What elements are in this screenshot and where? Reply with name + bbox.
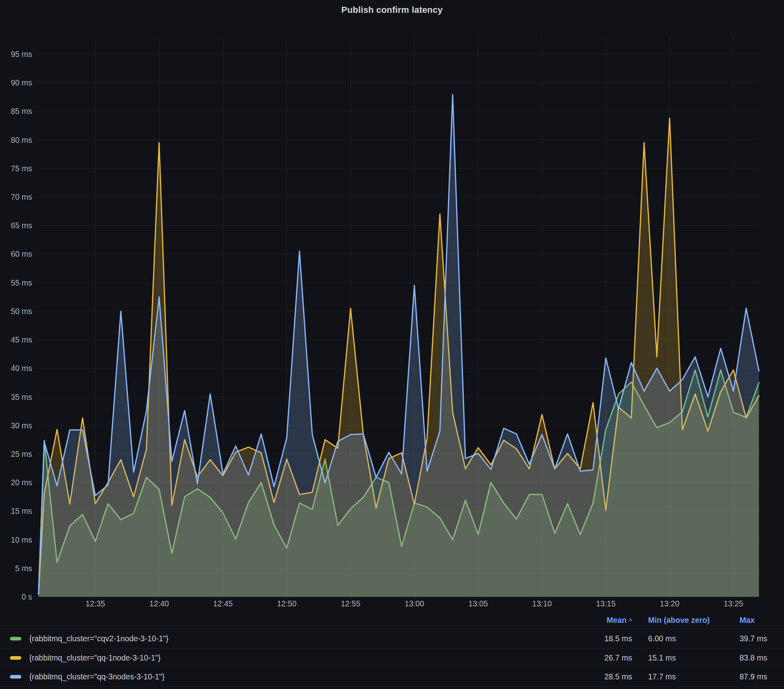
legend-col-min[interactable]: Min (above zero) bbox=[632, 616, 740, 625]
x-axis-tick-label: 12:40 bbox=[150, 599, 169, 608]
y-axis-tick-label: 10 ms bbox=[11, 535, 32, 544]
x-axis-tick-label: 13:05 bbox=[469, 599, 488, 608]
series-color-swatch bbox=[10, 675, 21, 679]
legend-series-toggle[interactable]: {rabbitmq_cluster="cqv2-1node-3-10-1"} bbox=[0, 634, 576, 643]
legend-row-cqv2-1node: {rabbitmq_cluster="cqv2-1node-3-10-1"} 1… bbox=[0, 629, 784, 648]
series-color-swatch bbox=[10, 637, 21, 640]
legend-col-max[interactable]: Max bbox=[740, 616, 784, 625]
y-axis-tick-label: 95 ms bbox=[11, 50, 32, 59]
x-axis-tick-label: 13:20 bbox=[660, 599, 679, 608]
legend-series-toggle[interactable]: {rabbitmq_cluster="qq-1node-3-10-1"} bbox=[0, 653, 576, 663]
series-color-swatch bbox=[10, 656, 21, 660]
legend-table: Mean ^ Min (above zero) Max {rabbitmq_cl… bbox=[0, 611, 784, 687]
x-axis-tick-label: 13:25 bbox=[723, 599, 743, 608]
y-axis-tick-label: 25 ms bbox=[11, 450, 32, 458]
y-axis-tick-label: 45 ms bbox=[11, 335, 32, 344]
legend-series-toggle[interactable]: {rabbitmq_cluster="qq-3nodes-3-10-1"} bbox=[0, 672, 576, 681]
x-axis-tick-label: 12:55 bbox=[341, 599, 360, 608]
series-label[interactable]: {rabbitmq_cluster="cqv2-1node-3-10-1"} bbox=[29, 634, 168, 643]
legend-row-qq-3nodes: {rabbitmq_cluster="qq-3nodes-3-10-1"} 28… bbox=[0, 667, 784, 687]
x-axis-tick-label: 13:15 bbox=[596, 599, 616, 608]
y-axis-tick-label: 0 s bbox=[22, 592, 32, 601]
y-axis-tick-label: 75 ms bbox=[11, 164, 32, 173]
x-axis-tick-label: 12:35 bbox=[85, 599, 105, 608]
y-axis-tick-label: 65 ms bbox=[11, 221, 32, 230]
y-axis-tick-label: 5 ms bbox=[15, 564, 32, 573]
legend-col-mean[interactable]: Mean ^ bbox=[576, 616, 632, 625]
y-axis-tick-label: 50 ms bbox=[11, 307, 32, 316]
y-axis-tick-label: 60 ms bbox=[11, 249, 32, 258]
y-axis-tick-label: 40 ms bbox=[11, 364, 32, 373]
series-mean-value: 18.5 ms bbox=[576, 634, 632, 643]
y-axis-tick-label: 35 ms bbox=[11, 393, 32, 401]
series-min-value: 17.7 ms bbox=[632, 672, 740, 681]
y-axis-tick-label: 20 ms bbox=[11, 478, 32, 487]
series-min-value: 6.00 ms bbox=[632, 634, 740, 643]
y-axis-tick-label: 85 ms bbox=[11, 107, 32, 116]
x-axis-tick-label: 13:10 bbox=[532, 599, 552, 608]
latency-chart[interactable]: 0 s5 ms10 ms15 ms20 ms25 ms30 ms35 ms40 … bbox=[0, 0, 784, 611]
x-axis-tick-label: 12:45 bbox=[213, 599, 233, 608]
y-axis-tick-label: 90 ms bbox=[11, 78, 32, 87]
grafana-panel: Publish confirm latency 0 s5 ms10 ms15 m… bbox=[0, 0, 784, 689]
x-axis-tick-label: 12:50 bbox=[277, 599, 297, 608]
series-mean-value: 28.5 ms bbox=[576, 672, 632, 681]
series-min-value: 15.1 ms bbox=[632, 653, 740, 663]
series-max-value: 83.8 ms bbox=[740, 653, 784, 663]
series-max-value: 39.7 ms bbox=[740, 634, 784, 643]
series-label[interactable]: {rabbitmq_cluster="qq-1node-3-10-1"} bbox=[29, 653, 161, 663]
y-axis-tick-label: 30 ms bbox=[11, 421, 32, 430]
x-axis-tick-label: 13:00 bbox=[404, 599, 424, 608]
y-axis-tick-label: 70 ms bbox=[11, 193, 32, 201]
series-mean-value: 26.7 ms bbox=[576, 653, 632, 663]
sort-asc-icon: ^ bbox=[629, 618, 632, 624]
legend-row-qq-1node: {rabbitmq_cluster="qq-1node-3-10-1"} 26.… bbox=[0, 648, 784, 667]
y-axis-tick-label: 80 ms bbox=[11, 136, 32, 144]
series-label[interactable]: {rabbitmq_cluster="qq-3nodes-3-10-1"} bbox=[29, 672, 164, 681]
series-max-value: 87.9 ms bbox=[740, 672, 784, 681]
legend-header-row: Mean ^ Min (above zero) Max bbox=[0, 611, 784, 629]
y-axis-tick-label: 55 ms bbox=[11, 278, 32, 287]
y-axis-tick-label: 15 ms bbox=[11, 507, 32, 515]
